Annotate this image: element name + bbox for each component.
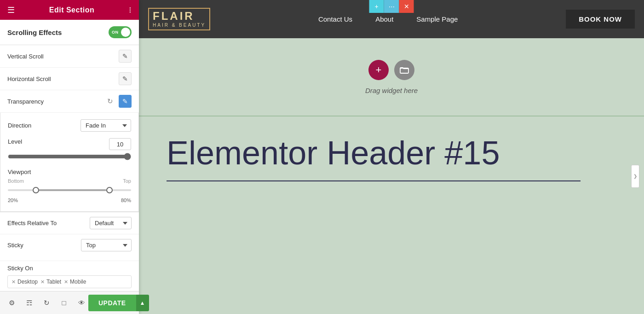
top-ctrl-close-btn[interactable]: ✕ <box>399 0 414 13</box>
dual-slider-container <box>8 186 131 195</box>
horizontal-scroll-edit-btn[interactable]: ✎ <box>119 72 132 85</box>
nav-book-btn[interactable]: BOOK NOW <box>566 10 635 29</box>
scrolling-effects-toggle[interactable]: ON <box>109 26 132 38</box>
nav-link-about[interactable]: About <box>375 15 393 23</box>
nav-link-sample[interactable]: Sample Page <box>416 15 458 23</box>
vertical-scroll-actions: ✎ <box>119 50 132 63</box>
footer-icons: ⚙ ☶ ↻ □ 👁 <box>5 296 88 310</box>
transparency-reset-btn[interactable]: ↻ <box>104 95 116 107</box>
content-area: + Drag widget here Elementor Header #15 … <box>139 38 644 314</box>
viewport-bottom-label: Bottom <box>8 178 24 184</box>
level-row: Level 10 <box>8 138 131 162</box>
grid-icon[interactable]: ⁝ <box>129 5 132 15</box>
panel-body: Scrolling Effects ON Vertical Scroll ✎ H… <box>0 20 139 291</box>
sticky-select[interactable]: None Top Bottom <box>81 239 132 251</box>
tag-desktop-remove[interactable]: ✕ <box>12 279 16 285</box>
eye-icon-btn[interactable]: 👁 <box>75 296 88 310</box>
scrolling-effects-row: Scrolling Effects ON <box>0 20 139 45</box>
left-panel: ☰ Edit Section ⁝ Scrolling Effects ON Ve… <box>0 0 139 314</box>
tag-mobile-label: Mobile <box>70 279 86 285</box>
horizontal-scroll-label: Horizontal Scroll <box>7 76 51 82</box>
dual-thumb-left[interactable] <box>33 187 39 193</box>
transparency-row: Transparency ↻ ✎ <box>0 90 139 113</box>
panel-title: Edit Section <box>49 6 94 14</box>
nav-logo-box: FLAIR HAIR & BEAUTY <box>148 8 210 30</box>
effects-relative-row: Effects Relative To Default Viewport Sec… <box>0 212 139 234</box>
panel-header: ☰ Edit Section ⁝ <box>0 0 139 20</box>
vertical-scroll-row: Vertical Scroll ✎ <box>0 45 139 68</box>
nav-logo-sub: HAIR & BEAUTY <box>153 23 206 28</box>
scrolling-effects-toggle-wrap: ON <box>109 26 132 38</box>
update-arrow-button[interactable]: ▲ <box>136 295 149 311</box>
transparency-dropdown: Direction Fade In Fade Out Level 10 <box>0 113 139 212</box>
direction-label: Direction <box>8 122 31 129</box>
sticky-label: Sticky <box>7 242 23 249</box>
sticky-on-section: Sticky On ✕ Desktop ✕ Tablet ✕ Mobile <box>0 261 139 291</box>
right-panel: + ⋯ ✕ FLAIR HAIR & BEAUTY Contact Us Abo… <box>139 0 644 314</box>
widget-add-row: + <box>368 60 414 80</box>
direction-select[interactable]: Fade In Fade Out <box>80 119 131 132</box>
toggle-slider: ON <box>109 26 132 38</box>
level-value-input[interactable]: 10 <box>109 138 131 150</box>
nav-bar: + ⋯ ✕ FLAIR HAIR & BEAUTY Contact Us Abo… <box>139 0 644 38</box>
viewport-label-row: Viewport <box>8 169 131 175</box>
level-label: Level <box>8 138 22 150</box>
nav-links: Contact Us About Sample Page <box>318 15 458 23</box>
hero-divider <box>167 180 581 181</box>
dual-thumb-right[interactable] <box>106 187 113 193</box>
tag-tablet-label: Tablet <box>46 279 61 285</box>
toggle-on-label: ON <box>112 30 119 35</box>
tag-tablet-remove[interactable]: ✕ <box>40 279 45 285</box>
scrolling-effects-label: Scrolling Effects <box>7 29 62 36</box>
top-controls: + ⋯ ✕ <box>369 0 414 13</box>
panel-footer: ⚙ ☶ ↻ □ 👁 UPDATE ▲ <box>0 291 139 314</box>
vertical-scroll-edit-btn[interactable]: ✎ <box>119 50 132 63</box>
direction-row: Direction Fade In Fade Out <box>8 119 131 132</box>
sticky-on-tags: ✕ Desktop ✕ Tablet ✕ Mobile <box>7 275 132 288</box>
update-btn-wrap: UPDATE ▲ <box>88 295 149 311</box>
horizontal-scroll-row: Horizontal Scroll ✎ <box>0 68 139 90</box>
tag-desktop: ✕ Desktop <box>12 279 38 285</box>
upper-content: + Drag widget here <box>139 38 644 116</box>
viewport-row: Viewport Bottom Top 20% 80% <box>8 169 131 203</box>
sticky-row: Sticky None Top Bottom <box>7 239 132 251</box>
tag-mobile: ✕ Mobile <box>64 279 86 285</box>
nav-logo: FLAIR HAIR & BEAUTY <box>148 8 210 30</box>
hero-title: Elementor Header #15 <box>167 135 616 171</box>
layers-icon-btn[interactable]: ☶ <box>22 296 36 310</box>
viewport-left-value: 20% <box>8 198 18 203</box>
transparency-edit-btn[interactable]: ✎ <box>119 95 132 108</box>
viewport-values: 20% 80% <box>8 198 131 203</box>
vertical-scroll-label: Vertical Scroll <box>7 53 44 60</box>
folder-btn[interactable] <box>394 60 414 80</box>
sticky-on-label: Sticky On <box>7 265 132 272</box>
horizontal-scroll-actions: ✎ <box>119 72 132 85</box>
resize-handle[interactable]: ❯ <box>631 165 639 188</box>
folder-icon <box>400 66 409 74</box>
level-label-row: Level 10 <box>8 138 131 150</box>
dual-fill <box>33 189 107 191</box>
responsive-icon-btn[interactable]: □ <box>57 296 71 310</box>
lower-content: Elementor Header #15 <box>139 116 644 200</box>
nav-logo-text: FLAIR <box>153 11 206 22</box>
update-button[interactable]: UPDATE <box>88 295 136 311</box>
drag-widget-text: Drag widget here <box>365 87 418 94</box>
add-widget-btn[interactable]: + <box>368 60 389 80</box>
transparency-actions: ↻ ✎ <box>104 95 132 108</box>
history-icon-btn[interactable]: ↻ <box>40 296 53 310</box>
nav-link-contact[interactable]: Contact Us <box>318 15 352 23</box>
sticky-section: Sticky None Top Bottom <box>0 234 139 261</box>
hamburger-icon[interactable]: ☰ <box>7 5 15 15</box>
top-ctrl-move-btn[interactable]: ⋯ <box>384 0 399 13</box>
transparency-label: Transparency <box>7 98 44 105</box>
effects-relative-select[interactable]: Default Viewport Section <box>90 217 132 229</box>
tag-desktop-label: Desktop <box>17 279 38 285</box>
tag-mobile-remove[interactable]: ✕ <box>64 279 68 285</box>
viewport-sublabels: Bottom Top <box>8 178 131 184</box>
viewport-label: Viewport <box>8 169 31 175</box>
level-slider[interactable] <box>8 153 131 160</box>
viewport-right-value: 80% <box>121 198 131 203</box>
top-ctrl-plus-btn[interactable]: + <box>369 0 384 13</box>
settings-icon-btn[interactable]: ⚙ <box>5 296 18 310</box>
effects-relative-label: Effects Relative To <box>7 220 57 227</box>
